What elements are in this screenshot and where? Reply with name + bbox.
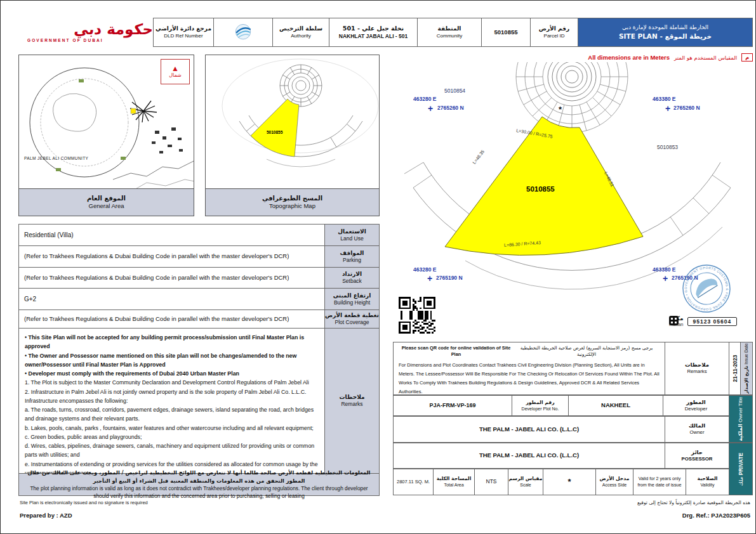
issue-date-label-ar: تاريخ الإصدار (744, 366, 749, 394)
plot-coverage-label-en: Plot Coverage (335, 319, 369, 326)
planning-disclaimer: المعلومات التخطيطية لقطعة الأرض صالحة طا… (18, 473, 380, 496)
land-use-label: الاستعمال Land Use (324, 224, 380, 246)
authority-stamp: PORTS CUSTOMS & FREE ZONE CORPORATION • … (675, 256, 738, 320)
topographic-caption-ar: المسح الطبوغرافي (262, 194, 322, 203)
plot-coverage-row: (Refer to Trakhees Regulations & Dubai B… (18, 309, 380, 329)
document-title-cell: الخارطة الشاملة الموحدة لإمارة دبي خريطة… (578, 18, 753, 47)
setback-label: الارتداد Setback (324, 267, 380, 289)
topographic-caption: المسح الطبوغرافي Topographic Map (205, 188, 380, 216)
trakhees-logo-icon (232, 21, 255, 44)
owner-title-strip: الملكية Owner Title (729, 395, 753, 443)
scale-value: NTS (474, 469, 508, 495)
qr-scan-note: Please scan QR code for online validatio… (399, 345, 660, 358)
setback-row: (Refer to Trakhees Regulations & Dubai B… (18, 267, 380, 289)
possessor-row: THE PALM - JABEL ALI CO. (L.L.C) حائز PO… (393, 443, 729, 469)
validation-remarks-row: Please scan QR code for online validatio… (393, 342, 729, 395)
issue-date-value: 21-11-2023 (732, 355, 738, 382)
general-area-caption-en: General Area (89, 202, 124, 211)
validation-remarks-cell: Please scan QR code for online validatio… (393, 342, 665, 395)
gov-logo-english: GOVERNMENT OF DUBAI (27, 38, 153, 42)
validity-label-ar: الصلاحية (698, 476, 718, 482)
possessor-value: THE PALM - JABEL ALI CO. (L.L.C) (393, 443, 665, 469)
owner-row: THE PALM - JABEL ALI CO. (L.L.C) المالك … (393, 416, 729, 443)
parking-row: (Refer to Trakhees Regulations & Dubai B… (18, 245, 380, 268)
north-indicator: ▲ شمال (161, 59, 190, 84)
qr-code (399, 297, 435, 334)
topographic-map: 5010855 (206, 55, 379, 190)
parcel-number-label: 5010855 (526, 185, 555, 193)
dimensions-note-box: م (741, 53, 753, 62)
coord-tl-northing: 2765260 N (437, 105, 464, 111)
authority-label-ar: سلطة الترخيص (279, 25, 322, 33)
makan-logo-icon (669, 316, 679, 325)
parcel-id-label-en: Parcel ID (544, 33, 565, 39)
parcel-id-value-cell: 5010855 (481, 18, 531, 47)
dimensions-note-ar: المقياس المستخدم هو المتر (674, 55, 737, 61)
total-area-label-ar: المساحة الكلية (437, 476, 472, 482)
land-use-value: Residential (Villa) (18, 224, 325, 246)
community-name-tag: PALM JEBEL ALI COMMUNITY (24, 156, 88, 160)
building-height-value: G+2 (18, 288, 325, 310)
parking-label-ar: المواقف (340, 249, 364, 257)
community-label-ar: المنطقة (438, 25, 461, 33)
plot-coverage-label: تغطية قطعة الأرض Plot Coverage (324, 309, 380, 329)
coordination-remarks-text: For Dimensions and Plot Coordinates Cont… (399, 361, 660, 396)
building-height-label: ارتفاع المبنى Building Height (324, 288, 380, 310)
document-header: حكومة دبي GOVERNMENT OF DUBAI مرجع دائرة… (18, 18, 753, 47)
access-side-label: مدخل الأرض Access Side (595, 469, 633, 495)
qr-scan-note-ar: يرجى مسح (رمز الاستجابة السريع) لغرض صلا… (514, 345, 660, 357)
setback-label-en: Setback (342, 278, 362, 285)
developer-plot-no-label: رقم المطور Developer Plot No. (512, 395, 569, 416)
dld-ref-label-en: DLD Ref Number (164, 33, 202, 39)
setback-value: (Refer to Trakhees Regulations & Dubai B… (18, 267, 325, 289)
building-height-label-ar: ارتفاع المبنى (333, 292, 371, 299)
remark-line: • Developer must comply with the require… (25, 369, 239, 378)
electronic-issue-note-ar: هذه الخريطة الموقعية صادرة إلكترونياً ول… (637, 500, 750, 505)
building-height-row: G+2 ارتفاع المبنى Building Height (18, 288, 380, 310)
topo-plot-number: 5010855 (267, 130, 282, 134)
community-label-en: Community (437, 33, 462, 39)
scale-label-ar: مقياس الرسم (509, 476, 543, 482)
access-side-label-en: Access Side (602, 482, 627, 488)
parcel-id-label-ar: رقم الأرض (539, 25, 569, 33)
coord-tr-northing: 2765260 N (673, 105, 700, 111)
coord-br-easting: 463380 E (653, 266, 675, 273)
gov-logo-arabic: حكومة دبي (27, 22, 154, 37)
document-title-main: خريطة الموقع - SITE PLAN (619, 32, 712, 41)
coord-tr-easting: 463380 E (653, 96, 675, 102)
owner-value: THE PALM - JABEL ALI CO. (L.L.C) (393, 416, 665, 443)
owner-title-en: Owner Title (738, 397, 744, 422)
developer-plot-no-value: PJA-FRM-VP-169 (393, 395, 512, 416)
coordinate-cross-icon: + (665, 105, 670, 112)
dld-ref-label-cell: مرجع دائرة الأراضي DLD Ref Number (153, 18, 214, 47)
electronic-issue-note-en: Site Plan is electronically issued and n… (20, 500, 148, 505)
owner-label-en: Owner (690, 429, 705, 436)
developer-value: NAKHEEL (568, 395, 663, 416)
issue-date-label-strip: تاريخ الإصدار Issue Date (740, 342, 753, 395)
private-ar: ملك (738, 476, 744, 486)
info-remarks-label: ملاحظات Remarks (665, 342, 729, 395)
possessor-label-en: POSSESSOR (682, 456, 713, 463)
adjacent-plot-label-left: 5010854 (444, 88, 465, 94)
private-strip: ملك PRIVATE (729, 443, 753, 495)
remark-line: • The Owner and Possessor name mentioned… (25, 351, 319, 370)
issue-date-value-strip: 21-11-2023 (729, 342, 741, 395)
authority-logo-cell (213, 18, 273, 47)
site-plan-document: حكومة دبي GOVERNMENT OF DUBAI مرجع دائرة… (0, 0, 756, 534)
access-side-value: * (543, 469, 596, 495)
coord-tl-easting: 463280 E (413, 96, 436, 102)
dimensions-note: All dimensions are in Meters المقياس الم… (588, 53, 753, 62)
government-of-dubai-logo: حكومة دبي GOVERNMENT OF DUBAI (18, 18, 153, 47)
plot-coverage-value: (Refer to Trakhees Regulations & Dubai B… (18, 309, 325, 329)
remark-line: • This Site Plan will not be accepted fo… (25, 333, 319, 351)
makan-number: 95123 05604 (687, 317, 738, 326)
remarks-label-ar: ملاحظات (339, 393, 364, 401)
access-side-label-ar: مدخل الأرض (600, 476, 630, 482)
remarks-row: • This Site Plan will not be accepted fo… (18, 328, 380, 474)
developer-row: PJA-FRM-VP-169 رقم المطور Developer Plot… (393, 395, 729, 416)
community-label-cell: المنطقة Community (417, 18, 482, 47)
possessor-label-ar: حائز (691, 449, 703, 456)
remark-line: 2. Infrastructure in Palm Jebel Ali is n… (25, 387, 319, 406)
total-area-value: 2807.11 SQ. M. (393, 469, 434, 495)
remarks-label-en: Remarks (341, 401, 362, 408)
